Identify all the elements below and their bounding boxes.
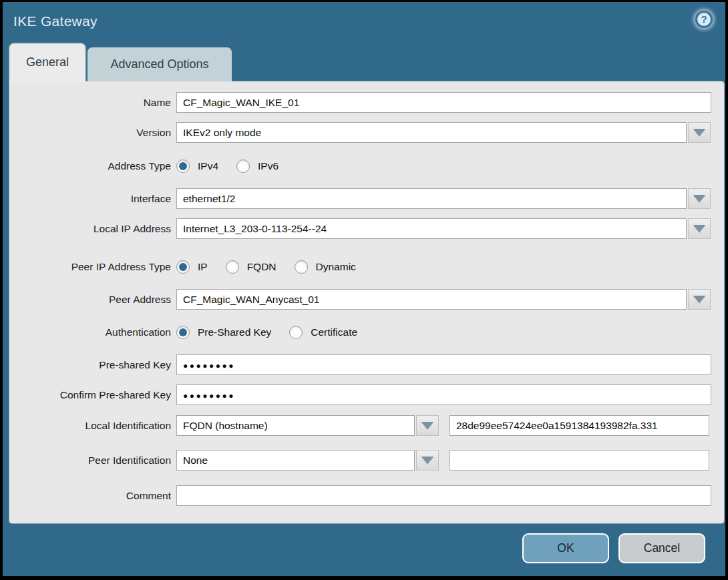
local-identification-row: Local Identification [9, 415, 724, 436]
dialog-footer: OK Cancel [3, 523, 725, 576]
name-label: Name [9, 97, 171, 109]
radio-certificate-button[interactable] [289, 326, 303, 339]
peer-identification-row: Peer Identification [9, 450, 724, 471]
radio-fqdn[interactable]: FQDN [226, 260, 277, 274]
radio-pre-shared-key-label: Pre-Shared Key [198, 326, 271, 338]
interface-dropdown-button[interactable] [688, 188, 711, 209]
general-tab-panel: Name Version Address Type [9, 81, 724, 523]
address-type-radio-group: IPv4 IPv6 [176, 160, 297, 173]
confirm-pre-shared-key-input[interactable] [176, 384, 711, 405]
confirm-pre-shared-key-label: Confirm Pre-shared Key [9, 389, 171, 401]
local-identification-value-input[interactable] [449, 415, 709, 436]
peer-address-input[interactable] [176, 289, 687, 310]
local-ip-address-label: Local IP Address [9, 223, 171, 235]
radio-fqdn-button[interactable] [226, 260, 239, 274]
interface-row: Interface [9, 188, 724, 209]
peer-identification-label: Peer Identification [9, 455, 171, 467]
version-row: Version [9, 122, 724, 143]
pre-shared-key-row: Pre-shared Key [9, 354, 724, 375]
comment-row: Comment [9, 485, 724, 506]
authentication-radio-group: Pre-Shared Key Certificate [176, 326, 375, 339]
pre-shared-key-input[interactable] [176, 354, 711, 375]
tab-general-label: General [26, 55, 69, 69]
tab-advanced-options[interactable]: Advanced Options [87, 47, 232, 81]
radio-ipv4-button[interactable] [176, 160, 190, 173]
comment-input[interactable] [176, 485, 711, 506]
name-row: Name [9, 92, 724, 113]
peer-address-label: Peer Address [9, 294, 171, 306]
radio-ipv6[interactable]: IPv6 [236, 160, 279, 173]
peer-ip-address-type-row: Peer IP Address Type IP FQDN Dynamic [9, 256, 724, 277]
dialog-frame: IKE Gateway ? General Advanced Options N… [0, 0, 728, 580]
title-bar: IKE Gateway ? [3, 2, 725, 43]
peer-address-row: Peer Address [9, 289, 724, 310]
peer-address-dropdown-button[interactable] [688, 289, 711, 310]
version-label: Version [9, 127, 171, 139]
radio-dynamic-label: Dynamic [316, 261, 356, 273]
radio-dynamic-button[interactable] [295, 260, 308, 274]
radio-ipv4[interactable]: IPv4 [176, 160, 218, 173]
local-ip-address-row: Local IP Address [9, 218, 724, 239]
address-type-row: Address Type IPv4 IPv6 [9, 156, 724, 176]
interface-input[interactable] [176, 188, 687, 209]
cancel-button[interactable]: Cancel [618, 533, 705, 563]
interface-label: Interface [9, 193, 171, 205]
radio-ipv6-label: IPv6 [258, 160, 279, 172]
ok-button[interactable]: OK [522, 533, 609, 563]
authentication-row: Authentication Pre-Shared Key Certificat… [9, 322, 724, 342]
name-input[interactable] [176, 92, 711, 113]
radio-pre-shared-key-button[interactable] [176, 326, 190, 339]
chevron-down-icon [693, 195, 705, 202]
local-ip-address-dropdown-button[interactable] [688, 218, 711, 239]
radio-fqdn-label: FQDN [247, 261, 277, 273]
version-dropdown-button[interactable] [688, 122, 711, 143]
radio-ipv6-button[interactable] [236, 160, 250, 173]
radio-dynamic[interactable]: Dynamic [295, 260, 356, 274]
radio-ip-label: IP [198, 261, 208, 273]
peer-identification-type-input[interactable] [176, 450, 415, 471]
radio-certificate[interactable]: Certificate [289, 326, 357, 339]
local-ip-address-input[interactable] [176, 218, 687, 239]
radio-ip-button[interactable] [176, 260, 190, 274]
radio-certificate-label: Certificate [311, 326, 357, 338]
peer-identification-value-input[interactable] [449, 450, 709, 471]
address-type-label: Address Type [9, 160, 171, 172]
radio-ip[interactable]: IP [176, 260, 208, 274]
chevron-down-icon [693, 296, 705, 303]
comment-label: Comment [9, 490, 171, 502]
chevron-down-icon [693, 225, 705, 232]
tab-general[interactable]: General [9, 43, 85, 81]
radio-ipv4-label: IPv4 [198, 160, 218, 172]
ike-gateway-dialog: IKE Gateway ? General Advanced Options N… [3, 2, 725, 576]
local-identification-dropdown-button[interactable] [416, 415, 439, 436]
local-identification-type-input[interactable] [176, 415, 415, 436]
local-identification-label: Local Identification [9, 420, 171, 432]
chevron-down-icon [421, 457, 433, 464]
confirm-pre-shared-key-row: Confirm Pre-shared Key [9, 384, 724, 405]
tab-advanced-options-label: Advanced Options [110, 57, 208, 71]
page-title: IKE Gateway [13, 13, 98, 29]
version-input[interactable] [176, 122, 687, 143]
authentication-label: Authentication [9, 326, 171, 338]
peer-identification-dropdown-button[interactable] [416, 450, 439, 471]
help-icon[interactable]: ? [695, 11, 713, 28]
chevron-down-icon [693, 129, 705, 136]
pre-shared-key-label: Pre-shared Key [9, 359, 171, 371]
chevron-down-icon [421, 422, 433, 429]
peer-ip-address-type-label: Peer IP Address Type [9, 261, 171, 273]
peer-ip-address-type-radio-group: IP FQDN Dynamic [176, 260, 374, 274]
radio-pre-shared-key[interactable]: Pre-Shared Key [176, 326, 271, 339]
